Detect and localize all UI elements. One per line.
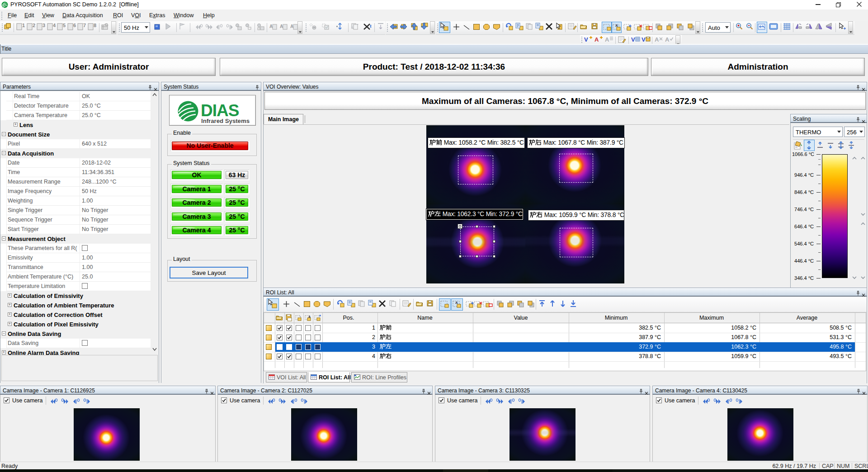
svg-text:V: V — [642, 36, 646, 43]
svg-text:1: 1 — [22, 23, 25, 28]
svg-text:A: A — [655, 36, 659, 43]
svg-text:V: V — [631, 36, 635, 43]
svg-text:A: A — [290, 24, 293, 29]
svg-text:2: 2 — [33, 23, 35, 28]
svg-text:A: A — [308, 315, 311, 318]
svg-text:Infrared Systems: Infrared Systems — [201, 118, 250, 124]
svg-text:6: 6 — [73, 23, 76, 28]
svg-text:5: 5 — [63, 23, 66, 28]
svg-text:8: 8 — [94, 23, 96, 28]
svg-text:A: A — [280, 24, 283, 29]
svg-text:A: A — [455, 301, 458, 305]
svg-text:A: A — [665, 36, 670, 43]
svg-text:4: 4 — [53, 23, 56, 28]
svg-text:3: 3 — [42, 23, 45, 28]
svg-text:A: A — [269, 24, 273, 29]
svg-text:7: 7 — [83, 23, 86, 28]
svg-text:V: V — [584, 36, 588, 43]
svg-text:DIAS: DIAS — [201, 101, 239, 120]
svg-text:A: A — [594, 36, 599, 43]
svg-text:A: A — [605, 36, 609, 43]
svg-text:A: A — [615, 24, 618, 28]
